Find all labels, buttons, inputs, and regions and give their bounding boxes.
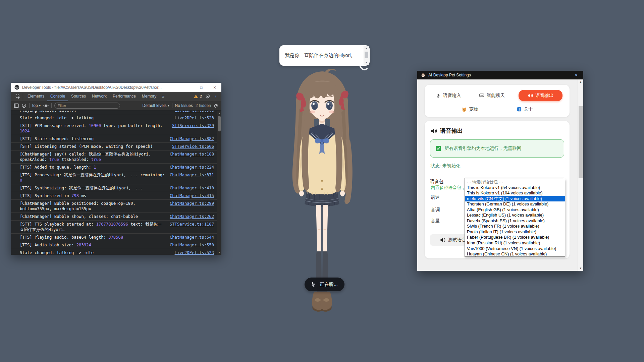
voice-pack-option[interactable]: Huayan (Chinese CN) (1 voices available) bbox=[465, 251, 565, 257]
pet-shoes bbox=[312, 292, 332, 312]
settings-tab-card: 语音输入 智能聊天 bbox=[425, 85, 570, 117]
source-link[interactable]: STTService.ts:329 bbox=[172, 123, 214, 128]
voice-pack-option[interactable]: This is Kokoro v1 (54 voices available) bbox=[465, 185, 565, 191]
voice-pack-option[interactable]: Faber (Portuguese BR) (1 voices availabl… bbox=[465, 235, 565, 240]
devtools-tab-sources[interactable]: Sources bbox=[68, 92, 89, 101]
console-message: [TTS] Synthesized in 798 ms bbox=[20, 193, 170, 198]
scroll-thumb[interactable] bbox=[365, 52, 368, 58]
source-link[interactable]: ChatManager.ts:882 bbox=[170, 136, 214, 141]
warning-icon bbox=[194, 94, 198, 99]
source-link[interactable]: Live2DPet.ts:508 bbox=[175, 111, 214, 113]
voice-pack-option[interactable]: - - 请选择语音包 - - bbox=[465, 179, 565, 185]
eye-icon[interactable] bbox=[43, 104, 49, 108]
source-link[interactable]: ChatManager.ts:415 bbox=[170, 193, 214, 198]
devtools-tab-memory[interactable]: Memory bbox=[139, 92, 159, 101]
scroll-thumb[interactable] bbox=[218, 116, 221, 131]
source-link[interactable]: Live2DPet.ts:523 bbox=[175, 115, 214, 121]
tab-label: 语音输入 bbox=[443, 93, 461, 99]
devtools-tab-performance[interactable]: Performance bbox=[110, 92, 139, 101]
tab-pet[interactable]: 宠物 bbox=[458, 104, 482, 115]
voice-pack-option[interactable]: Paola (Italian IT) (1 voices available) bbox=[465, 229, 565, 235]
console-message: [TTS] Audio blob size: 283924 bbox=[20, 242, 170, 248]
pet-blush-left bbox=[309, 111, 315, 114]
scroll-down-icon[interactable]: ▼ bbox=[217, 250, 221, 254]
scroll-up-icon[interactable]: ▲ bbox=[217, 111, 221, 115]
inspect-element-icon[interactable] bbox=[13, 93, 23, 100]
source-link[interactable]: ChatManager.ts:224 bbox=[170, 165, 214, 170]
source-link[interactable]: ChatManager.ts:410 bbox=[170, 185, 214, 191]
settings-title: AI Desktop Pet Settings bbox=[428, 73, 570, 77]
log-levels-selector[interactable]: Default levels ▾ bbox=[143, 103, 169, 108]
settings-app-icon bbox=[421, 73, 426, 78]
close-button[interactable]: × bbox=[573, 72, 580, 78]
no-issues-label[interactable]: No Issues bbox=[175, 103, 193, 108]
console-sidebar-icon[interactable] bbox=[14, 103, 19, 108]
clear-console-icon[interactable] bbox=[21, 103, 26, 108]
context-label: top bbox=[32, 103, 38, 108]
console-message: [ChatManager] Bubble positioned: opaqueT… bbox=[20, 201, 170, 212]
voice-pack-option[interactable]: melo-vits (CN 中文) (1 voices available) bbox=[465, 196, 565, 202]
source-link[interactable]: ChatManager.ts:188 bbox=[170, 152, 214, 157]
voice-pack-option[interactable]: Alba (English GB) (1 voices available) bbox=[465, 207, 565, 213]
console-message: [STT] Listening started (PCM mode, waiti… bbox=[20, 144, 172, 149]
devtools-app-icon bbox=[14, 85, 19, 90]
microphone-icon bbox=[436, 93, 441, 98]
voice-pack-option[interactable]: Davefx (Spanish ES) (1 voices available) bbox=[465, 218, 565, 224]
source-link[interactable]: ChatManager.ts:371 bbox=[170, 172, 214, 178]
pet-character[interactable] bbox=[286, 69, 358, 312]
source-link[interactable]: ChatManager.ts:262 bbox=[170, 214, 214, 219]
settings-scrollbar[interactable]: ▲ ▼ bbox=[578, 79, 583, 271]
hidden-messages-label[interactable]: 2 hidden bbox=[196, 103, 211, 108]
cat-icon bbox=[462, 107, 467, 112]
close-button[interactable]: × bbox=[208, 85, 221, 90]
scroll-up-icon[interactable]: ▲ bbox=[364, 46, 369, 50]
tab-smart-chat[interactable]: 智能聊天 bbox=[475, 90, 509, 101]
settings-titlebar[interactable]: AI Desktop Pet Settings × bbox=[417, 71, 583, 79]
devtools-titlebar[interactable]: Developer Tools - file:///C:/Users/ASUS/… bbox=[11, 83, 221, 92]
console-toolbar: top ▾ Default levels ▾ No Issues 2 hidde… bbox=[11, 101, 221, 110]
console-scrollbar[interactable]: ▲ ▼ bbox=[217, 111, 221, 255]
kebab-menu-icon[interactable]: ⋮ bbox=[214, 94, 218, 99]
source-link[interactable]: ChatManager.ts:544 bbox=[170, 235, 214, 240]
pet-blush-right bbox=[329, 111, 335, 114]
devtools-tab-console[interactable]: Console bbox=[47, 92, 68, 101]
test-voice-label: 测试语音 bbox=[448, 237, 466, 243]
voice-pack-option[interactable]: Lessac (English US) (1 voices available) bbox=[465, 213, 565, 218]
context-selector[interactable]: top ▾ bbox=[32, 103, 41, 108]
voice-pack-option[interactable]: Siwis (French FR) (1 voices available) bbox=[465, 224, 565, 229]
console-log-row: [STT] PCM message received: 10900 type: … bbox=[11, 122, 217, 135]
scroll-up-icon[interactable]: ▲ bbox=[578, 79, 583, 84]
voice-pack-option[interactable]: Thorsten (German DE) (1 voices available… bbox=[465, 201, 565, 207]
console-filter-input[interactable] bbox=[54, 103, 120, 109]
scroll-down-icon[interactable]: ▼ bbox=[578, 266, 583, 271]
warning-badge[interactable]: 2 bbox=[194, 94, 202, 99]
tab-voice-input[interactable]: 语音输入 bbox=[432, 90, 465, 101]
tab-voice-output[interactable]: 语音输出 bbox=[519, 90, 562, 101]
more-tabs-icon[interactable]: » bbox=[159, 94, 167, 99]
desktop-background: 我是你一直陪伴在身边的Hiyori。 ▲ ▼ 正在听... Developer … bbox=[0, 0, 644, 362]
minimize-button[interactable]: — bbox=[181, 85, 195, 89]
source-link[interactable]: Live2DPet.ts:523 bbox=[175, 250, 214, 255]
voice-pack-option[interactable]: Irina (Russian RU) (1 voices available) bbox=[465, 240, 565, 246]
console-log-row: [ChatManager] Bubble shown, classes: cha… bbox=[11, 213, 217, 221]
console-log-row: State changed: idle -> talkingLive2DPet.… bbox=[11, 114, 217, 122]
status-label: 状态: bbox=[431, 163, 441, 168]
speech-bubble-scrollbar[interactable]: ▲ ▼ bbox=[364, 46, 369, 65]
gear-icon[interactable] bbox=[214, 103, 219, 108]
scroll-thumb[interactable] bbox=[579, 106, 583, 178]
console-message: [TTS] Processing: 我是你一直陪伴在身边的Hiyori。 ...… bbox=[20, 172, 170, 183]
scroll-down-icon[interactable]: ▼ bbox=[364, 61, 369, 65]
devtools-tab-network[interactable]: Network bbox=[89, 92, 110, 101]
source-link[interactable]: STTService.ts:1187 bbox=[170, 222, 214, 227]
voice-pack-option[interactable]: Vais1000 (Vietnamese VN) (1 voices avail… bbox=[465, 246, 565, 252]
gear-icon[interactable] bbox=[205, 94, 210, 99]
source-link[interactable]: ChatManager.ts:299 bbox=[170, 201, 214, 206]
maximize-button[interactable]: □ bbox=[195, 85, 208, 89]
source-link[interactable]: STTService.ts:606 bbox=[172, 144, 214, 149]
source-link[interactable]: ChatManager.ts:550 bbox=[170, 242, 214, 248]
devtools-tab-elements[interactable]: Elements bbox=[24, 92, 47, 101]
voice-pack-option[interactable]: This is Kokoro v1 (104 voices available) bbox=[465, 190, 565, 196]
voice-pack-label: 语音包 bbox=[430, 179, 465, 185]
chevron-down-icon: ▾ bbox=[168, 104, 169, 107]
tab-about[interactable]: 关于 bbox=[513, 104, 537, 115]
